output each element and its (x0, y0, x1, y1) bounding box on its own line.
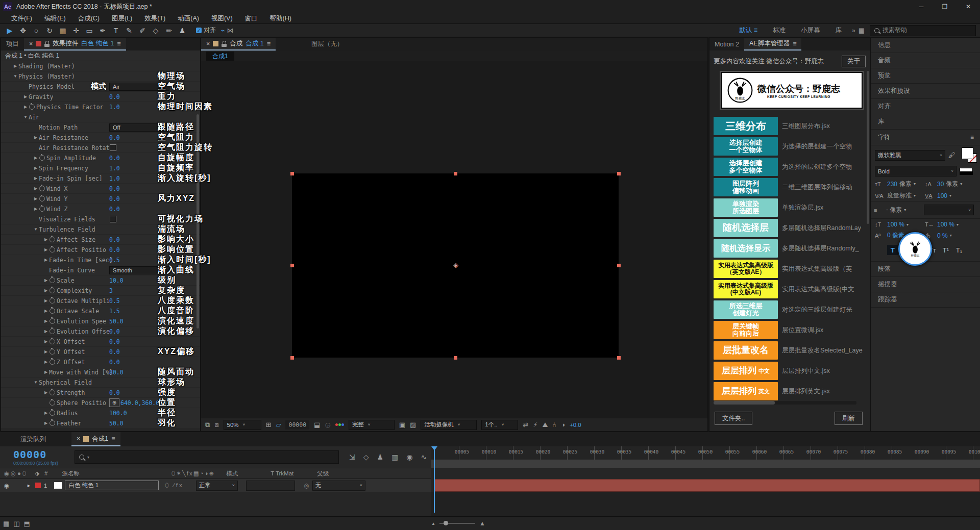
work-area-bar[interactable] (431, 460, 980, 468)
zoom-dropdown[interactable]: 50%˅ (224, 420, 261, 430)
workspace-小屏幕[interactable]: 小屏幕 (794, 26, 827, 35)
property-value[interactable]: 0.0 (109, 359, 120, 366)
selection-handle[interactable] (617, 172, 621, 175)
property-value[interactable]: 50.0 (109, 318, 124, 325)
viewer-comp-subtab[interactable]: 合成1 (206, 52, 234, 61)
menu-视图-v[interactable]: 视图(V) (205, 14, 239, 23)
tab-render-queue[interactable]: 渲染队列 (15, 432, 51, 446)
property-value[interactable]: 0.0 (109, 236, 120, 243)
stopwatch-icon[interactable] (50, 390, 55, 395)
twirl-icon[interactable]: ▶ (43, 339, 49, 344)
tab-motion2[interactable]: Motion 2 (709, 38, 744, 51)
twirl-icon[interactable]: ▶ (33, 186, 39, 191)
script-button-层层排列[interactable]: 层层排列中文 (714, 362, 778, 380)
snapping-grid-icon[interactable]: ⋈ (227, 27, 234, 34)
selection-handle[interactable] (290, 264, 294, 267)
tab-script-manager[interactable]: AE脚本管理器 ≡ (744, 38, 801, 51)
twirl-icon[interactable]: ▶ (33, 156, 39, 160)
selection-tool[interactable]: ▶ (3, 24, 16, 37)
refresh-button[interactable]: 刷新 (835, 412, 863, 425)
comp-flowchart-icon[interactable]: ⇲ (349, 453, 355, 461)
script-button-实用表达式集高级版-英文版ae[interactable]: 实用表达式集高级版 （英文版AE） (714, 260, 778, 278)
tab-layer[interactable]: 图层（无） (306, 38, 349, 51)
property-value[interactable]: 3 (109, 287, 113, 294)
twirl-icon[interactable]: ▶ (43, 298, 49, 303)
mode-column[interactable]: 模式 (226, 470, 238, 477)
selection-handle[interactable] (617, 264, 621, 267)
layer-label-swatch[interactable] (35, 483, 41, 488)
property-value[interactable]: 0.0 (109, 206, 120, 213)
property-value[interactable]: 1.5 (109, 308, 120, 315)
layer-switches[interactable]: ⬯ ∕fx (165, 482, 183, 489)
script-button-随机选择显示[interactable]: 随机选择显示 (714, 239, 778, 258)
property-value[interactable]: 0.0 (109, 348, 120, 356)
stopwatch-icon[interactable] (50, 298, 55, 304)
graph-editor-icon[interactable]: ∿ (421, 453, 427, 461)
stroke-style-swatch[interactable] (960, 168, 973, 175)
zoom-slider-knob[interactable] (444, 521, 448, 525)
menu-编辑-e[interactable]: 编辑(E) (38, 14, 72, 23)
maximize-button[interactable]: ❐ (933, 0, 957, 13)
layer-name[interactable]: 白色 纯色 1 (65, 481, 159, 490)
property-value[interactable]: 0.0 (109, 93, 120, 100)
stopwatch-icon[interactable] (50, 410, 55, 416)
stopwatch-icon[interactable] (50, 237, 55, 242)
twirl-icon[interactable]: ▶ (43, 237, 49, 242)
script-button-层关键帧-向前向后[interactable]: 层关键帧 向前向后 (714, 321, 778, 339)
property-value[interactable]: 0.0 (109, 338, 120, 345)
camera-view-dropdown[interactable]: 活动摄像机˅ (421, 420, 477, 430)
property-value[interactable]: 100.0 (109, 410, 127, 417)
twirl-icon[interactable]: ▼ (12, 74, 18, 79)
selection-handle[interactable] (290, 356, 294, 360)
trkmat-column[interactable]: T TrkMat (271, 470, 293, 476)
frame-blending-icon[interactable]: ▥ (391, 453, 398, 461)
twirl-icon[interactable]: ▶ (33, 176, 39, 181)
source-name-column[interactable]: 源名称 (62, 470, 80, 477)
parent-dropdown[interactable]: 无˅ (312, 481, 365, 491)
viewer-timecode[interactable]: 00000 (285, 420, 309, 430)
twirl-icon[interactable]: ▶ (43, 421, 49, 425)
script-button-随机选择层[interactable]: 随机选择层 (714, 219, 778, 237)
shy-layers-icon[interactable]: ♟ (377, 453, 384, 461)
twirl-icon[interactable]: ▶ (43, 309, 49, 313)
script-button-选择层创建-多个空物体[interactable]: 选择层创建 多个空物体 (714, 158, 778, 176)
twirl-icon[interactable]: ▶ (43, 258, 49, 262)
menu-帮助-h[interactable]: 帮助(H) (264, 14, 298, 23)
twirl-icon[interactable]: ▶ (43, 370, 49, 374)
property-value[interactable]: 0.5 (109, 257, 120, 264)
twirl-icon[interactable]: ▶ (33, 196, 39, 201)
twirl-icon[interactable]: ▶ (43, 390, 49, 395)
tab-composition[interactable]: × 合成 合成 1 ≡ (201, 38, 276, 51)
parent-column[interactable]: 父级 (317, 470, 329, 477)
zoom-slider-track[interactable] (439, 523, 475, 524)
workspace-overflow-icon[interactable]: » (852, 27, 855, 34)
workspace-menu-icon[interactable]: ≡ (752, 27, 757, 34)
property-checkbox[interactable] (110, 144, 116, 151)
twirl-icon[interactable]: ▶ (43, 319, 49, 323)
brush-tool[interactable]: ✎ (122, 24, 136, 37)
twirl-icon[interactable]: ▼ (33, 227, 39, 232)
view-layout-dropdown[interactable]: 1个..˅ (481, 420, 518, 430)
show-channel-icon[interactable] (335, 423, 344, 426)
scripts-vscrollbar[interactable] (867, 71, 869, 224)
panel-menu-icon[interactable]: ≡ (970, 134, 974, 141)
snapping-checkbox[interactable]: ✓ (196, 28, 202, 33)
viewport[interactable]: ◈ (201, 61, 707, 418)
disk-cache-icon[interactable]: ◫ (13, 520, 19, 527)
capture-icon[interactable]: ⬒ (24, 520, 30, 527)
vertical-scale-control[interactable]: ↕T100 %▾ (875, 221, 922, 228)
stopwatch-icon[interactable] (50, 288, 55, 293)
property-value[interactable]: 50.0 (109, 420, 124, 427)
script-button-图层阵列-偏移动画[interactable]: 图层阵列 偏移动画 (714, 178, 778, 196)
tracking-control[interactable]: V̲A̲100▾ (925, 192, 972, 199)
fast-previews-icon[interactable]: ▣ (399, 421, 405, 428)
eraser-tool[interactable]: ◇ (149, 24, 162, 37)
kerning-control[interactable]: V∕A度量标准▾ (875, 191, 922, 200)
zoom-out-mountain-icon[interactable]: ▲ (431, 521, 435, 526)
faux-bold-toggle[interactable]: T (887, 245, 898, 255)
workspace-默认[interactable]: 默认 ≡ (732, 26, 765, 35)
script-button-选择层创建-一个空物体[interactable]: 选择层创建 一个空物体 (714, 137, 778, 156)
close-icon[interactable]: × (77, 435, 80, 442)
selection-handle[interactable] (290, 172, 294, 175)
close-icon[interactable]: × (29, 40, 33, 47)
